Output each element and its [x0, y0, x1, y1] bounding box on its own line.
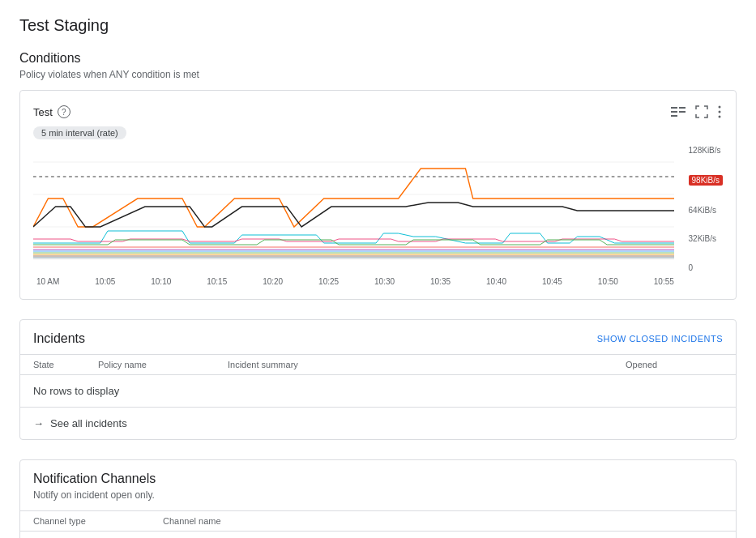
chart-svg [33, 146, 674, 275]
y-label-64: 64KiB/s [689, 206, 723, 215]
incidents-section: Incidents SHOW CLOSED INCIDENTS State Po… [19, 319, 737, 440]
svg-point-5 [719, 106, 721, 109]
col-state: State [33, 360, 98, 369]
threshold-badge: 98KiB/s [689, 175, 723, 186]
help-icon[interactable]: ? [58, 105, 70, 118]
x-label-6: 10:30 [374, 277, 395, 286]
y-label-0: 0 [689, 263, 723, 272]
notif-empty-row: No rows to display [20, 532, 736, 538]
svg-point-6 [719, 111, 721, 113]
page-container: Test Staging Conditions Policy violates … [0, 0, 756, 538]
svg-rect-4 [671, 115, 677, 117]
y-label-32: 32KiB/s [689, 234, 723, 243]
col-policy-name: Policy name [98, 360, 228, 369]
page-title: Test Staging [19, 16, 737, 35]
conditions-title: Conditions [19, 51, 737, 66]
conditions-section: Conditions Policy violates when ANY cond… [19, 51, 737, 300]
chart-container [33, 146, 674, 275]
x-label-3: 10:15 [207, 277, 227, 286]
incidents-table-header: State Policy name Incident summary Opene… [20, 354, 736, 375]
legend-button[interactable] [669, 105, 687, 119]
chart-actions [669, 104, 723, 120]
svg-rect-2 [671, 111, 677, 113]
chart-title: Test ? [33, 105, 70, 118]
x-axis: 10 AM 10:05 10:10 10:15 10:20 10:25 10:3… [33, 277, 723, 286]
x-label-2: 10:10 [151, 277, 171, 286]
svg-rect-0 [671, 107, 677, 109]
chart-header: Test ? [33, 104, 723, 120]
interval-badge[interactable]: 5 min interval (rate) [33, 126, 126, 139]
notification-channels-title: Notification Channels [33, 472, 723, 486]
more-options-button[interactable] [716, 104, 723, 120]
col-incident-summary: Incident summary [228, 360, 626, 369]
notification-channels-section: Notification Channels Notify on incident… [19, 459, 737, 538]
notification-channels-card: Notification Channels Notify on incident… [19, 459, 737, 538]
x-label-9: 10:45 [542, 277, 562, 286]
svg-rect-3 [679, 111, 686, 113]
incidents-title: Incidents [33, 331, 85, 346]
x-label-5: 10:25 [318, 277, 339, 286]
notification-channels-subtitle: Notify on incident open only. [33, 489, 723, 501]
fullscreen-button[interactable] [694, 104, 710, 120]
x-label-0: 10 AM [36, 277, 59, 286]
conditions-subtitle: Policy violates when ANY condition is me… [19, 69, 737, 80]
incidents-header: Incidents SHOW CLOSED INCIDENTS [20, 320, 736, 354]
arrow-right-icon: → [33, 417, 44, 429]
col-channel-name: Channel name [163, 516, 723, 526]
see-all-incidents-row[interactable]: → See all incidents [20, 408, 736, 439]
col-channel-type: Channel type [33, 516, 163, 526]
x-label-7: 10:35 [430, 277, 451, 286]
y-label-128: 128KiB/s [689, 146, 723, 155]
chart-area: 128KiB/s 98KiB/s 64KiB/s 32KiB/s 0 [33, 146, 723, 275]
x-label-8: 10:40 [486, 277, 506, 286]
incidents-empty-row: No rows to display [20, 375, 736, 408]
svg-point-7 [719, 116, 721, 118]
x-label-1: 10:05 [95, 277, 115, 286]
y-axis: 128KiB/s 98KiB/s 64KiB/s 32KiB/s 0 [689, 146, 723, 275]
conditions-card: Test ? [19, 90, 737, 300]
col-opened: Opened [626, 360, 723, 369]
svg-rect-1 [679, 107, 686, 109]
incidents-card: Incidents SHOW CLOSED INCIDENTS State Po… [19, 319, 737, 440]
x-label-11: 10:55 [654, 277, 674, 286]
notif-table-header: Channel type Channel name [20, 510, 736, 532]
x-label-4: 10:20 [263, 277, 283, 286]
x-label-10: 10:50 [598, 277, 618, 286]
notification-channels-header: Notification Channels Notify on incident… [20, 460, 736, 510]
show-closed-incidents-button[interactable]: SHOW CLOSED INCIDENTS [597, 334, 723, 344]
see-all-label: See all incidents [50, 417, 127, 429]
